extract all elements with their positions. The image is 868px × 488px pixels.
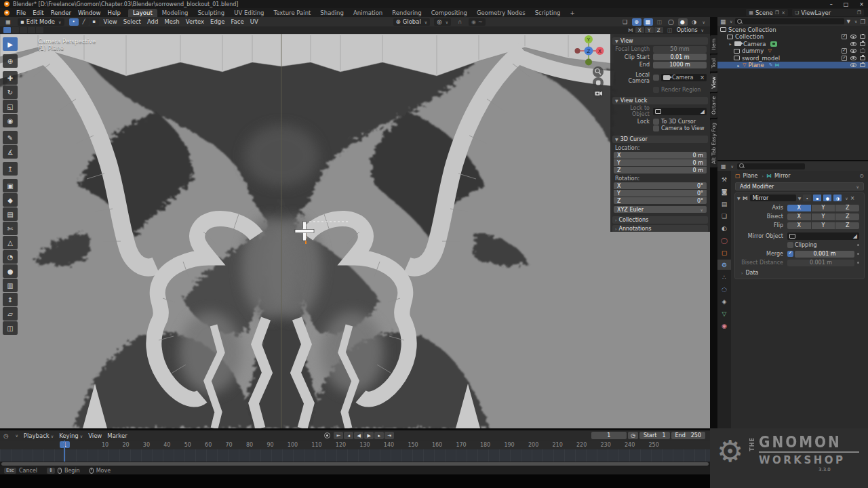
properties-tab-render[interactable]: ◙ <box>717 186 731 197</box>
xray-toggle[interactable]: ◫ <box>655 18 665 26</box>
proportional-edit-dropdown[interactable]: ◉ ~ <box>469 18 486 26</box>
filter-icon[interactable]: ▼ <box>847 19 850 24</box>
tool-shrink-fatten[interactable]: ⇕ <box>3 293 18 306</box>
outliner-search-input[interactable] <box>735 18 844 24</box>
workspace-tab[interactable]: Animation <box>349 9 387 17</box>
properties-tab-physics[interactable]: ◌ <box>717 284 731 294</box>
hide-icon[interactable] <box>850 42 856 46</box>
tool-inset-faces[interactable]: ▣ <box>3 179 18 192</box>
breadcrumb-modifier[interactable]: Mirror <box>774 173 791 179</box>
new-scene-icon[interactable]: ❐ <box>775 10 779 16</box>
view-panel-header[interactable]: ▼View <box>612 37 708 45</box>
camera-data-icon[interactable] <box>770 41 777 47</box>
data-subpanel-header[interactable]: ›Data <box>741 270 858 276</box>
select-mode-intersect-button[interactable] <box>36 27 43 33</box>
mirror-axis-toggle[interactable]: Z <box>654 27 663 33</box>
flip-button[interactable]: Z <box>835 222 859 229</box>
viewport-menu-item[interactable]: Mesh <box>164 18 179 25</box>
snap-toggle[interactable]: ∩ <box>455 18 465 26</box>
menu-item[interactable]: Window <box>75 9 104 16</box>
eyedropper-icon[interactable]: ◢ <box>701 108 705 115</box>
menu-item[interactable]: Help <box>104 9 123 16</box>
workspace-tab[interactable]: Texture Paint <box>269 9 316 17</box>
editor-type-icon[interactable]: ▦ <box>3 18 13 26</box>
new-viewlayer-icon[interactable]: ❐ <box>857 10 861 16</box>
playhead[interactable] <box>64 441 65 462</box>
properties-tab-object[interactable]: ▢ <box>717 247 731 258</box>
expand-icon[interactable]: ▼ <box>737 196 741 201</box>
keying-menu[interactable]: Keying∨ <box>59 432 83 439</box>
cursor-rot-x[interactable]: X0° <box>614 182 707 189</box>
tool-bevel[interactable]: ◆ <box>3 193 18 207</box>
transport-button-previous-keyframe[interactable]: ◂ <box>344 432 353 439</box>
display-edit-mode-toggle[interactable]: ▪ <box>813 195 821 201</box>
playback-menu[interactable]: Playback∨ <box>24 432 54 439</box>
workspace-tab[interactable]: + <box>565 9 579 17</box>
viewport-menu-item[interactable]: Add <box>147 18 158 25</box>
add-modifier-dropdown[interactable]: Add Modifier ∨ <box>735 182 864 190</box>
tool-extrude-region[interactable]: ↥ <box>3 162 18 176</box>
render-visibility-icon[interactable] <box>860 56 865 60</box>
face-select-button[interactable]: ▪ <box>90 18 99 26</box>
edge-select-button[interactable]: ╱ <box>79 18 89 26</box>
viewport-menu-item[interactable]: Vertex <box>186 18 204 25</box>
editor-type-icon[interactable]: ▦ <box>721 163 726 169</box>
local-camera-checkbox[interactable] <box>653 75 659 81</box>
tool-edge-slide[interactable]: ▥ <box>3 279 18 292</box>
hide-icon[interactable] <box>850 35 856 39</box>
hide-icon[interactable] <box>850 49 856 53</box>
tool-knife[interactable]: ✄ <box>3 222 18 235</box>
tool-select-box[interactable]: ▶ <box>3 37 18 51</box>
axis-button[interactable]: Y <box>812 205 835 211</box>
exclude-checkbox[interactable] <box>842 48 847 54</box>
mirror-axis-toggle[interactable]: Y <box>645 27 654 33</box>
exclude-checkbox[interactable] <box>842 56 847 61</box>
tool-move[interactable]: ✚ <box>3 71 18 85</box>
render-visibility-icon[interactable] <box>860 35 865 39</box>
use-preview-range-button[interactable]: ◷ <box>628 432 638 439</box>
mirror-axis-toggle[interactable]: X <box>635 27 644 33</box>
outliner-row-camera[interactable]: ▸ Camera <box>717 41 868 47</box>
modifier-filter-icon[interactable]: ▼ <box>798 196 802 201</box>
display-realtime-toggle[interactable]: ● <box>823 195 831 201</box>
snap-base-icon[interactable]: ◫ <box>665 26 675 34</box>
timeline-ruler[interactable]: 1020304050607080901001101201301401501601… <box>0 441 710 449</box>
sidebar-tab[interactable]: Alt Tab Easy Fog <box>710 119 717 167</box>
current-frame-field[interactable]: 1 <box>591 432 627 439</box>
tool-shear[interactable]: ▱ <box>3 307 18 321</box>
tool-loop-cut[interactable]: ▤ <box>3 207 18 221</box>
workspace-tab[interactable]: Scripting <box>530 9 566 17</box>
workspace-tab[interactable]: Sculpting <box>193 9 229 17</box>
shading-wireframe-button[interactable]: ◯ <box>667 18 676 26</box>
orientation-dropdown[interactable]: ⊕ Global ∨ <box>393 18 431 26</box>
cursor-rot-y[interactable]: Y0° <box>614 190 707 197</box>
sidebar-tab[interactable]: Item <box>710 35 717 54</box>
focal-length-field[interactable]: 50 mm <box>653 46 707 53</box>
outliner-row-dummy[interactable]: dummy ▽ <box>717 47 868 54</box>
flip-button[interactable]: X <box>787 222 811 229</box>
outliner-row-scene-collection[interactable]: Scene Collection <box>717 26 868 33</box>
properties-tab-view-layer[interactable]: ❏ <box>717 211 731 221</box>
auto-keying-button[interactable] <box>324 432 330 439</box>
shading-material-button[interactable]: ◑ <box>690 18 699 26</box>
properties-tab-data[interactable]: ▽ <box>717 308 731 319</box>
outliner-row-plane[interactable]: ▸ ▽ Plane ✎ ⋈ <box>717 62 868 68</box>
timeline-scrollbar[interactable] <box>0 462 710 466</box>
camera-view-button[interactable] <box>593 88 604 99</box>
delete-modifier-icon[interactable]: × <box>850 195 855 201</box>
tool-smooth[interactable]: ● <box>3 264 18 278</box>
mirror-object-field[interactable]: ◢ <box>787 232 859 240</box>
menu-item[interactable]: File <box>13 9 29 16</box>
tool-scale[interactable]: ◱ <box>3 100 18 113</box>
merge-threshold-field[interactable]: 0.001 m <box>795 251 854 258</box>
outliner-row-sword-model[interactable]: sword_model <box>717 55 868 62</box>
exclude-checkbox[interactable] <box>842 34 847 39</box>
transport-button-play[interactable]: ▶ <box>364 432 374 439</box>
properties-tab-tool[interactable]: ⚒ <box>717 174 731 184</box>
sidebar-tab[interactable]: Octane <box>710 93 717 118</box>
blender-menu-icon[interactable] <box>4 10 9 16</box>
gizmo-x-neg[interactable] <box>575 48 580 54</box>
cursor-rot-z[interactable]: Z0° <box>614 197 707 204</box>
bisect-button[interactable]: Y <box>812 214 835 220</box>
display-on-cage-toggle[interactable]: • <box>803 195 811 201</box>
